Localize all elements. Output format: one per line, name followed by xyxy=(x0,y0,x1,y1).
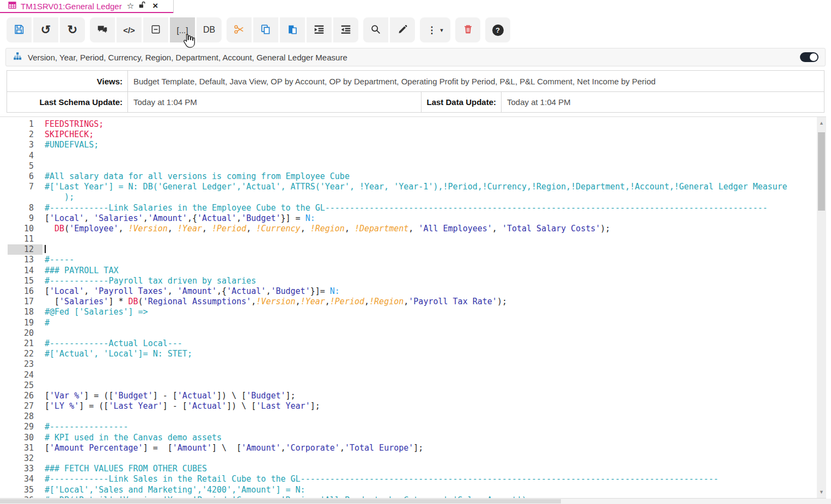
collapse-button[interactable] xyxy=(143,17,168,42)
line-number: 26 xyxy=(8,391,42,401)
code-row[interactable]: 29#---------------- xyxy=(0,422,826,432)
header-toggle[interactable] xyxy=(800,52,818,62)
line-number: 18 xyxy=(8,307,42,317)
code-text: #------------Actual Local--- xyxy=(42,339,182,349)
code-row[interactable]: 18#@Fed ['Salaries'] => xyxy=(0,307,826,317)
code-row[interactable]: 30# KPI used in the Canvas demo assets xyxy=(0,433,826,443)
redo-icon: ↻ xyxy=(68,24,77,36)
hierarchy-icon xyxy=(13,51,22,63)
line-number: 15 xyxy=(8,276,42,286)
code-row[interactable]: 2SKIPCHECK; xyxy=(0,130,826,140)
code-text: # KPI used in the Canvas demo assets xyxy=(42,433,222,443)
line-number: 7 xyxy=(8,182,42,192)
code-text: #All salary data for all versions is com… xyxy=(42,171,350,182)
expand-values-button[interactable]: [...] xyxy=(170,17,195,42)
indent-button[interactable] xyxy=(307,17,332,42)
tab-general-ledger[interactable]: TM1SRV01:General Ledger ☆ × xyxy=(0,0,173,13)
code-row[interactable]: 27['LY %'] = (['Last Year'] - ['Actual']… xyxy=(0,401,826,411)
scroll-down-icon[interactable]: ▼ xyxy=(817,487,826,497)
code-row[interactable]: 34#------------Link Sales in the Retail … xyxy=(0,474,826,484)
code-row[interactable]: 15#------------Payroll tax driven by sal… xyxy=(0,276,826,286)
search-button[interactable] xyxy=(363,17,388,42)
kebab-menu-icon: ⋮ xyxy=(427,24,436,36)
outdent-button[interactable] xyxy=(333,17,358,42)
code-row[interactable]: 25 xyxy=(0,380,826,391)
code-row[interactable]: 5 xyxy=(0,161,826,171)
code-row[interactable]: 17 ['Salaries'] * DB('Regional Assumptio… xyxy=(0,297,826,307)
edit-button[interactable] xyxy=(390,17,415,42)
cut-button[interactable] xyxy=(227,17,252,42)
code-row[interactable]: 20 xyxy=(0,328,826,339)
code-text xyxy=(42,411,45,422)
scrollbar-thumb[interactable] xyxy=(818,132,825,211)
indent-icon xyxy=(313,23,325,37)
code-row[interactable]: 35#['Local','Sales and Marketing','4200'… xyxy=(0,485,826,495)
code-row[interactable]: 23 xyxy=(0,359,826,370)
code-row[interactable]: 9['Local', 'Salaries','Amount',{'Actual'… xyxy=(0,213,826,224)
code-text: ); xyxy=(42,192,74,202)
code-row[interactable]: 10 DB('Employee', !Version, !Year, !Peri… xyxy=(0,224,826,234)
code-row[interactable]: ); xyxy=(0,192,826,202)
code-view-button[interactable]: </> xyxy=(117,17,142,42)
code-row[interactable]: 14### PAYROLL TAX xyxy=(0,266,826,276)
code-row[interactable]: 6#All salary data for all versions is co… xyxy=(0,171,826,182)
tab-close-icon[interactable]: × xyxy=(152,1,158,11)
dimension-list: Version, Year, Period, Currency, Region,… xyxy=(28,53,795,62)
code-text: ['Amount Percentage'] = ['Amount'] \ ['A… xyxy=(42,443,423,453)
copy-button[interactable] xyxy=(253,17,278,42)
line-number: 9 xyxy=(8,213,42,224)
code-row[interactable]: 28 xyxy=(0,411,826,422)
code-row[interactable]: 24 xyxy=(0,370,826,380)
redo-button[interactable]: ↻ xyxy=(60,17,85,42)
code-row[interactable]: 22#['Actual', 'Local']= N: STET; xyxy=(0,349,826,359)
vertical-scrollbar[interactable]: ▲ ▼ xyxy=(817,117,826,498)
code-text: #---------------- xyxy=(42,422,129,432)
paste-button[interactable] xyxy=(280,17,305,42)
code-row[interactable]: 16['Local', 'Payroll Taxes', 'Amount',{'… xyxy=(0,286,826,297)
code-row[interactable]: 1FEEDSTRINGS; xyxy=(0,119,826,130)
code-row[interactable]: 4 xyxy=(0,151,826,161)
rule-editor[interactable]: 1FEEDSTRINGS;2SKIPCHECK;3#UNDEFVALS;456#… xyxy=(0,116,826,499)
code-row[interactable]: 33### FETCH VALUES FROM OTHER CUBES xyxy=(0,464,826,474)
line-number xyxy=(8,192,42,202)
code-text: ['Local', 'Payroll Taxes', 'Amount',{'Ac… xyxy=(42,286,340,297)
line-number: 29 xyxy=(8,422,42,432)
horizontal-scrollbar-thumb[interactable] xyxy=(0,499,561,503)
delete-button[interactable] xyxy=(455,17,480,42)
code-row[interactable]: 3#UNDEFVALS; xyxy=(0,140,826,150)
line-number: 33 xyxy=(8,464,42,474)
code-row[interactable]: 21#------------Actual Local--- xyxy=(0,339,826,349)
line-number: 16 xyxy=(8,286,42,297)
code-row[interactable]: 7#['Last Year'] = N: DB('General Ledger'… xyxy=(0,182,826,192)
favorite-star-icon[interactable]: ☆ xyxy=(127,1,134,11)
code-row[interactable]: 12 xyxy=(0,244,826,255)
code-text xyxy=(42,370,45,380)
copy-icon xyxy=(260,23,272,37)
code-row[interactable]: 13#----- xyxy=(0,255,826,265)
code-row[interactable]: 19# xyxy=(0,318,826,328)
save-button[interactable] xyxy=(7,17,32,42)
db-reference-button[interactable]: DB xyxy=(197,17,222,42)
dimension-bar: Version, Year, Period, Currency, Region,… xyxy=(5,48,826,66)
scroll-up-icon[interactable]: ▲ xyxy=(817,118,826,128)
horizontal-scrollbar[interactable] xyxy=(0,499,831,504)
cube-icon xyxy=(8,1,17,12)
undo-button[interactable]: ↺ xyxy=(33,17,58,42)
comments-button[interactable] xyxy=(90,17,115,42)
line-number: 31 xyxy=(8,443,42,453)
line-number: 35 xyxy=(8,485,42,495)
code-text: #UNDEFVALS; xyxy=(42,140,99,150)
code-row[interactable]: 8#------------Link Salaries in the Emplo… xyxy=(0,203,826,213)
unlock-icon[interactable] xyxy=(138,1,146,11)
code-row[interactable]: 31['Amount Percentage'] = ['Amount'] \ [… xyxy=(0,443,826,453)
code-row[interactable]: 11 xyxy=(0,234,826,244)
toolbar-group-help: ? xyxy=(485,17,510,42)
code-text xyxy=(42,244,46,255)
text-cursor xyxy=(45,245,46,253)
more-options-button[interactable]: ⋮ ▾ xyxy=(420,17,450,42)
code-row[interactable]: 26['Var %'] = (['Budget'] - ['Actual']) … xyxy=(0,391,826,401)
help-button[interactable]: ? xyxy=(485,17,510,42)
line-number: 4 xyxy=(8,151,42,161)
comments-icon xyxy=(96,23,108,37)
code-row[interactable]: 32 xyxy=(0,453,826,464)
